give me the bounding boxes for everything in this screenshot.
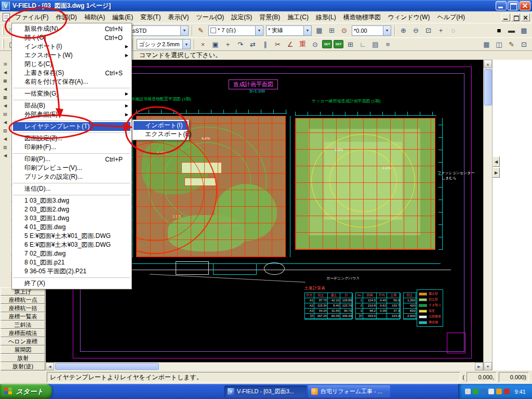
chevron-down-icon[interactable]: ▼ bbox=[182, 39, 190, 49]
file-menu-item[interactable]: 閉じる(C) bbox=[13, 60, 130, 69]
file-menu-item[interactable]: 4 01_図面.dwg bbox=[13, 223, 130, 232]
pen-width-icon[interactable]: ▬ bbox=[506, 25, 517, 36]
chevron-down-icon[interactable]: ▼ bbox=[255, 26, 263, 35]
file-menu-item[interactable]: 一括変換(G)▶ bbox=[13, 89, 130, 98]
edit-icon[interactable]: ✎ bbox=[506, 38, 517, 50]
network-icon[interactable] bbox=[481, 389, 486, 394]
move-icon[interactable]: + bbox=[222, 38, 234, 50]
file-menu-item[interactable]: 部品(B)▶ bbox=[13, 101, 130, 110]
volume-icon[interactable] bbox=[488, 389, 494, 394]
file-menu-item[interactable]: 2 03_図面2.dwg bbox=[13, 205, 130, 214]
scroll-down-button[interactable]: ▼ bbox=[484, 362, 492, 370]
file-menu-item[interactable]: インポート(I)▶ bbox=[13, 42, 130, 51]
osnap-icon[interactable]: ⊙ bbox=[309, 38, 321, 50]
collapse-arrow-icon[interactable]: ◀ bbox=[0, 68, 10, 76]
menubar-item-5[interactable]: 表示(V) bbox=[164, 11, 192, 23]
pen-style-icon[interactable]: ✎ bbox=[195, 25, 207, 36]
file-menu-item[interactable]: 7 02_図面.dwg bbox=[13, 249, 130, 258]
set-button[interactable]: SET bbox=[334, 40, 343, 48]
taskbar-task-1[interactable]: 自宅リフォーム工事 - ... bbox=[308, 385, 390, 397]
antivirus-icon[interactable] bbox=[473, 389, 478, 394]
file-menu-item[interactable]: 8 01_図面.p21 bbox=[13, 258, 130, 267]
minimize-button[interactable] bbox=[496, 1, 507, 10]
file-menu-item[interactable]: 5 E:¥図面¥土木¥01_図面.DWG bbox=[13, 232, 130, 241]
group-icon[interactable]: ⊞ bbox=[326, 25, 338, 36]
panel-toggle-icon[interactable]: ⊞ bbox=[0, 60, 10, 68]
dock-expand-button[interactable]: ▶ bbox=[493, 167, 500, 178]
pen-color-combo[interactable]: * 7 (白) ▼ bbox=[208, 25, 263, 36]
zoom-out-icon[interactable]: ⊖ bbox=[410, 25, 422, 36]
scroll-right-button[interactable]: ▶ bbox=[475, 363, 483, 370]
layers-icon[interactable]: ▤ bbox=[369, 38, 381, 50]
sidebar-button-1[interactable]: 座標杭一点 bbox=[1, 296, 45, 304]
collapse-arrow-icon[interactable]: ◀ bbox=[0, 85, 10, 93]
sidebar-button-3[interactable]: 座標一覧表 bbox=[1, 312, 45, 321]
collapse-arrow-icon[interactable]: ◀ bbox=[0, 151, 10, 159]
submenu-item[interactable]: インポート(I) bbox=[134, 121, 188, 130]
menubar-item-11[interactable]: 構造物標準図 bbox=[340, 11, 384, 23]
sidebar-button-7[interactable]: 展開図 bbox=[1, 345, 45, 354]
menubar-item-0[interactable]: ファイル(F) bbox=[11, 11, 52, 23]
linewidth-combo[interactable]: *0.00 ▼ bbox=[352, 25, 391, 36]
measure-angle-icon[interactable]: ∠ bbox=[284, 38, 296, 50]
tool-group-icon[interactable]: ▦ bbox=[0, 76, 10, 85]
menubar-item-7[interactable]: 設定(S) bbox=[228, 11, 256, 23]
menubar-item-13[interactable]: ヘルプ(H) bbox=[433, 11, 469, 23]
start-button[interactable]: スタート bbox=[0, 384, 52, 399]
toolbar-grip[interactable] bbox=[2, 39, 4, 49]
menubar-item-10[interactable]: 線形(L) bbox=[312, 11, 340, 23]
horizontal-scrollbar[interactable]: ◀ ▶ bbox=[46, 362, 483, 370]
close-button[interactable] bbox=[520, 1, 530, 10]
view-table-icon[interactable]: ▦ bbox=[481, 38, 493, 50]
sidebar-button-8[interactable]: 放射 bbox=[1, 354, 45, 362]
update-icon[interactable] bbox=[496, 389, 502, 394]
collapse-arrow-icon[interactable]: ◀ bbox=[0, 118, 10, 126]
tool-group-icon[interactable]: ▤ bbox=[0, 110, 10, 118]
menubar-item-2[interactable]: 補助(A) bbox=[81, 11, 109, 23]
file-menu-item[interactable]: プリンタの設定(R)... bbox=[13, 172, 130, 181]
sidebar-button-6[interactable]: ヘロン座標 bbox=[1, 337, 45, 345]
security-icon[interactable] bbox=[504, 389, 510, 394]
weight-icon[interactable]: 重 bbox=[297, 38, 309, 50]
file-menu-item[interactable]: 9 36-05 平面図(2).P21 bbox=[13, 267, 130, 276]
layer-icon[interactable]: ▦ bbox=[313, 25, 325, 36]
pan-icon[interactable]: + bbox=[435, 25, 447, 36]
file-menu-item[interactable]: 印刷プレビュー(V)... bbox=[13, 164, 130, 172]
zoom-extents-icon[interactable]: ⊡ bbox=[422, 25, 434, 36]
submenu-item[interactable]: エクスポート(E) bbox=[134, 130, 188, 139]
maximize-button[interactable] bbox=[508, 1, 518, 10]
file-menu-item[interactable]: 図面設定(Z)... bbox=[13, 134, 130, 143]
menubar-item-6[interactable]: ツール(O) bbox=[192, 11, 228, 23]
file-menu-item[interactable]: 6 E:¥図面¥土木¥03_図面.DWG bbox=[13, 241, 130, 249]
sidebar-button-2[interactable]: 座標杭一括 bbox=[1, 304, 45, 312]
file-menu-item[interactable]: 印刷(P)...Ctrl+P bbox=[13, 155, 130, 164]
zoom-window-icon[interactable]: ⊡ bbox=[518, 38, 530, 50]
dock-collapse-button[interactable]: ◀ bbox=[493, 156, 500, 167]
file-menu-item[interactable]: 名前を付けて保存(A)... bbox=[13, 77, 130, 86]
set-button[interactable]: SET bbox=[322, 40, 332, 48]
collapse-arrow-icon[interactable]: ◀ bbox=[0, 135, 10, 143]
chevron-down-icon[interactable]: ▼ bbox=[383, 26, 391, 35]
view-split-icon[interactable]: ◫ bbox=[493, 38, 505, 50]
sidebar-button-4[interactable]: 三斜法 bbox=[1, 321, 45, 329]
properties-icon[interactable]: ≡ bbox=[382, 38, 394, 50]
sidebar-button-5[interactable]: 座標面積法 bbox=[1, 329, 45, 337]
mdi-minimize-button[interactable] bbox=[501, 14, 510, 21]
offset-icon[interactable]: ∥ bbox=[259, 38, 271, 50]
mdi-close-button[interactable] bbox=[521, 14, 530, 21]
redraw-icon[interactable]: ◌ bbox=[447, 25, 459, 36]
file-menu-item[interactable]: エクスポート(W)▶ bbox=[13, 51, 130, 60]
collapse-arrow-icon[interactable]: ◀ bbox=[0, 101, 10, 110]
menubar-item-3[interactable]: 編集(E) bbox=[109, 11, 137, 23]
file-menu-item[interactable]: 印刷枠(F)... bbox=[13, 143, 130, 152]
file-menu-item[interactable]: 外部参照(E)▶ bbox=[13, 110, 130, 119]
scroll-up-button[interactable]: ▲ bbox=[484, 60, 492, 68]
file-menu-item[interactable]: レイヤテンプレート(T)▶ bbox=[13, 122, 130, 131]
mirror-icon[interactable]: ⇄ bbox=[247, 38, 259, 50]
color-swatch-black-icon[interactable]: ■ bbox=[493, 25, 505, 36]
vertical-scrollbar[interactable]: ▲ ▼ bbox=[483, 60, 492, 370]
taskbar-task-0[interactable]: VV-FIELD - [03_図面3... bbox=[224, 385, 307, 397]
ime-icon[interactable] bbox=[465, 389, 471, 394]
mdi-document-icon[interactable] bbox=[3, 13, 10, 21]
tool-group-icon[interactable]: ▥ bbox=[0, 143, 10, 151]
